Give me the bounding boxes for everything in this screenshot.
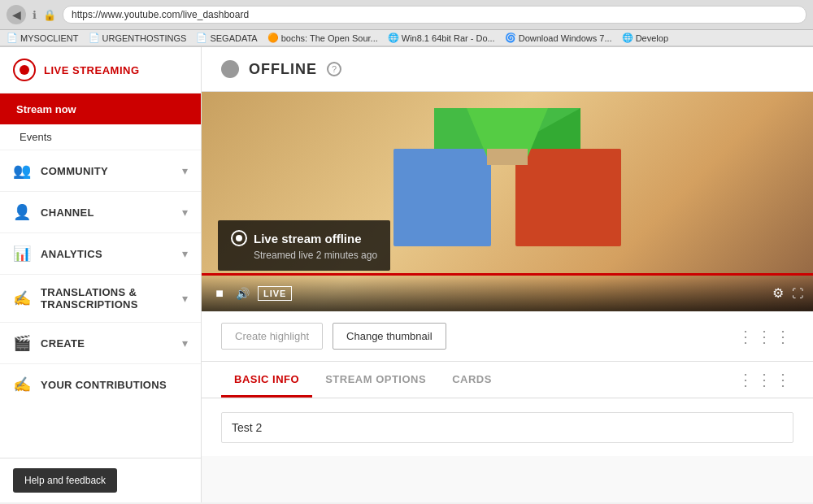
bookmark-icon: 🟠	[267, 33, 279, 43]
action-buttons-bar: Create highlight Change thumbnail ⋮⋮⋮	[202, 311, 813, 362]
back-button[interactable]: ◀	[7, 5, 26, 24]
sidebar-item-channel[interactable]: 👤 CHANNEL ▾	[0, 191, 201, 232]
sidebar-item-analytics[interactable]: 📊 ANALYTICS ▾	[0, 232, 201, 274]
bookmark-icon: 🌐	[622, 33, 633, 43]
channel-label: CHANNEL	[41, 206, 172, 219]
main-layout: LIVE STREAMING Stream now Events 👥 COMMU…	[0, 47, 813, 502]
svg-rect-0	[393, 149, 491, 246]
create-chevron-icon: ▾	[182, 337, 188, 350]
translations-chevron-icon: ▾	[182, 292, 188, 305]
overlay-subtitle: Streamed live 2 minutes ago	[231, 250, 377, 261]
analytics-chevron-icon: ▾	[182, 247, 188, 260]
live-dot-icon	[13, 59, 36, 81]
lock-icon: 🔒	[43, 9, 56, 21]
volume-button[interactable]: 🔊	[236, 287, 250, 300]
live-dot-inner	[20, 65, 29, 75]
video-title-input[interactable]	[221, 412, 793, 443]
sidebar-live-streaming-header: LIVE STREAMING	[0, 47, 201, 93]
bookmark-urgenthostings[interactable]: 📄 URGENTHOSTINGS	[89, 33, 187, 43]
community-label: COMMUNITY	[41, 165, 172, 177]
contributions-icon: ✍	[13, 376, 31, 393]
bookmarks-bar: 📄 MYSOCLIENT 📄 URGENTHOSTINGS 📄 SEGADATA…	[0, 30, 813, 46]
bookmark-label: MYSOCLIENT	[20, 33, 79, 43]
change-thumbnail-button[interactable]: Change thumbnail	[333, 323, 446, 350]
create-label: CREATE	[41, 337, 172, 350]
bookmark-label: bochs: The Open Sour...	[281, 33, 378, 43]
yt-logo-svg	[385, 100, 629, 263]
live-badge: LIVE	[258, 286, 292, 301]
info-icon: ℹ	[33, 9, 37, 21]
live-streaming-label: LIVE STREAMING	[44, 64, 140, 76]
sidebar-footer: Help and feedback	[0, 458, 201, 502]
fullscreen-icon[interactable]: ⛶	[792, 287, 803, 300]
create-highlight-button[interactable]: Create highlight	[221, 323, 323, 350]
analytics-icon: 📊	[13, 245, 31, 263]
bookmark-develop[interactable]: 🌐 Develop	[622, 33, 668, 43]
community-chevron-icon: ▾	[182, 164, 188, 177]
sidebar: LIVE STREAMING Stream now Events 👥 COMMU…	[0, 47, 202, 502]
basic-info-panel	[202, 399, 813, 456]
bookmark-icon: 🌀	[505, 33, 516, 43]
sidebar-item-create[interactable]: 🎬 CREATE ▾	[0, 322, 201, 363]
overlay-dot-inner	[236, 235, 242, 241]
content-area: OFFLINE ?	[202, 47, 813, 502]
offline-help-icon[interactable]: ?	[327, 62, 341, 76]
community-icon: 👥	[13, 162, 31, 180]
bookmark-win8[interactable]: 🌐 Win8.1 64bit Rar - Do...	[388, 33, 495, 43]
sidebar-item-stream-now[interactable]: Stream now	[0, 93, 201, 124]
bookmark-win7[interactable]: 🌀 Download Windows 7...	[505, 33, 612, 43]
back-icon: ◀	[12, 8, 21, 21]
bookmark-icon: 🌐	[388, 33, 399, 43]
url-bar[interactable]: https://www.youtube.com/live_dashboard	[63, 6, 806, 24]
sidebar-item-translations[interactable]: ✍ TRANSLATIONS & TRANSCRIPTIONS ▾	[0, 274, 201, 322]
bookmark-label: Win8.1 64bit Rar - Do...	[402, 33, 495, 43]
offline-label: OFFLINE	[249, 61, 317, 78]
tabs-bar: BASIC INFO STREAM OPTIONS CARDS ⋮⋮⋮	[202, 362, 813, 398]
bookmark-mysoclient[interactable]: 📄 MYSOCLIENT	[7, 33, 79, 43]
svg-rect-5	[487, 149, 528, 165]
video-controls: ■ 🔊 LIVE ⚙ ⛶	[202, 275, 813, 311]
channel-icon: 👤	[13, 203, 31, 221]
help-feedback-button[interactable]: Help and feedback	[13, 468, 117, 493]
bookmark-label: SEGADATA	[210, 33, 257, 43]
video-offline-overlay: Live stream offline Streamed live 2 minu…	[218, 220, 390, 271]
browser-toolbar: ◀ ℹ 🔒 https://www.youtube.com/live_dashb…	[0, 0, 813, 30]
analytics-label: ANALYTICS	[41, 248, 172, 260]
video-player[interactable]: Live stream offline Streamed live 2 minu…	[202, 92, 813, 311]
offline-status-dot	[221, 60, 239, 78]
sidebar-item-events[interactable]: Events	[0, 124, 201, 150]
your-contributions-label: YOUR CONTRIBUTIONS	[41, 379, 188, 391]
svg-rect-3	[515, 149, 621, 246]
bookmark-icon: 📄	[196, 33, 207, 43]
stop-button[interactable]: ■	[211, 286, 228, 301]
tab-cards[interactable]: CARDS	[439, 362, 505, 398]
yt-logo	[385, 100, 629, 263]
question-mark: ?	[332, 64, 337, 74]
overlay-dot-icon	[231, 230, 247, 246]
sidebar-item-community[interactable]: 👥 COMMUNITY ▾	[0, 150, 201, 191]
bookmark-segadata[interactable]: 📄 SEGADATA	[196, 33, 257, 43]
bookmark-bochs[interactable]: 🟠 bochs: The Open Sour...	[267, 33, 378, 43]
more-options-button[interactable]: ⋮⋮⋮	[737, 327, 793, 346]
browser-chrome: ◀ ℹ 🔒 https://www.youtube.com/live_dashb…	[0, 0, 813, 47]
bookmark-label: URGENTHOSTINGS	[102, 33, 187, 43]
create-icon: 🎬	[13, 334, 31, 352]
tabs-more-button[interactable]: ⋮⋮⋮	[737, 370, 793, 389]
translations-icon: ✍	[13, 289, 31, 307]
bookmark-icon: 📄	[89, 33, 100, 43]
bookmark-label: Download Windows 7...	[519, 33, 612, 43]
tab-basic-info[interactable]: BASIC INFO	[221, 362, 312, 398]
sidebar-item-your-contributions[interactable]: ✍ YOUR CONTRIBUTIONS	[0, 363, 201, 405]
tab-stream-options[interactable]: STREAM OPTIONS	[312, 362, 439, 398]
channel-chevron-icon: ▾	[182, 206, 188, 219]
bookmark-icon: 📄	[7, 33, 18, 43]
content-header: OFFLINE ?	[202, 47, 813, 92]
translations-label: TRANSLATIONS & TRANSCRIPTIONS	[41, 286, 172, 311]
overlay-title: Live stream offline	[231, 230, 377, 246]
settings-icon[interactable]: ⚙	[772, 285, 784, 301]
bookmark-label: Develop	[636, 33, 668, 43]
events-label: Events	[20, 131, 52, 143]
stream-now-label: Stream now	[16, 103, 76, 115]
